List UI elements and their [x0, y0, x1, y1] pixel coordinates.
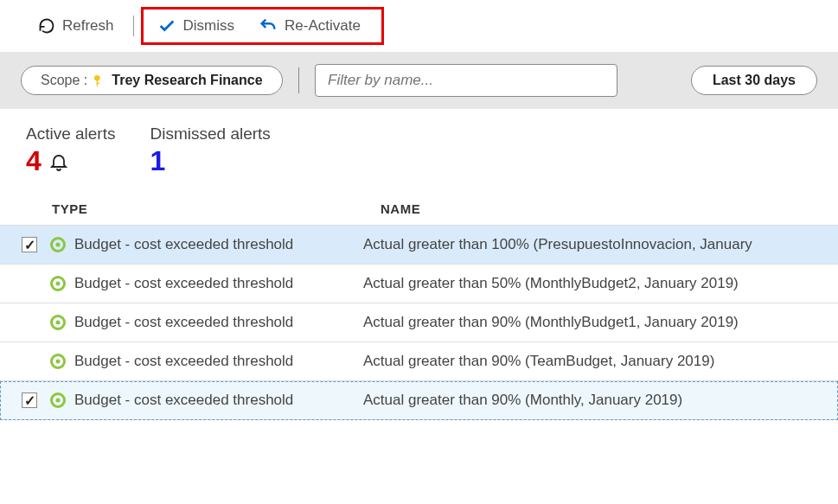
- row-type-text: Budget - cost exceeded threshold: [74, 236, 293, 253]
- dismissed-alerts-count: 1: [150, 145, 165, 177]
- scope-prefix: Scope :: [41, 73, 87, 88]
- row-type-cell: Budget - cost exceeded threshold: [50, 275, 355, 292]
- highlight-box: Dismiss Re-Activate: [141, 7, 384, 45]
- search-input[interactable]: [315, 64, 617, 97]
- row-name-cell: Actual greater than 100% (PresupuestoInn…: [363, 236, 821, 253]
- scope-selector[interactable]: Scope : Trey Research Finance: [21, 66, 283, 95]
- row-name-cell: Actual greater than 50% (MonthlyBudget2,…: [363, 275, 821, 292]
- table-body: Budget - cost exceeded thresholdActual g…: [0, 225, 838, 420]
- row-type-cell: Budget - cost exceeded threshold: [50, 353, 355, 370]
- row-name-cell: Actual greater than 90% (Monthly, Januar…: [363, 392, 821, 409]
- row-type-text: Budget - cost exceeded threshold: [74, 353, 293, 370]
- svg-rect-2: [97, 83, 99, 84]
- reactivate-label: Re-Activate: [285, 17, 361, 35]
- row-type-cell: Budget - cost exceeded threshold: [50, 314, 355, 331]
- dismiss-button[interactable]: Dismiss: [145, 11, 247, 41]
- check-icon: [157, 16, 176, 35]
- row-type-cell: Budget - cost exceeded threshold: [50, 392, 355, 409]
- active-alerts-label: Active alerts: [26, 124, 115, 144]
- scope-value: Trey Research Finance: [112, 73, 262, 88]
- filter-separator: [298, 67, 300, 93]
- table-row[interactable]: Budget - cost exceeded thresholdActual g…: [0, 303, 838, 342]
- table-row[interactable]: Budget - cost exceeded thresholdActual g…: [0, 342, 838, 381]
- dismiss-label: Dismiss: [183, 17, 235, 35]
- dismissed-alerts-label: Dismissed alerts: [150, 124, 270, 144]
- active-alerts-count: 4: [26, 145, 42, 177]
- row-checkbox[interactable]: [22, 392, 37, 408]
- refresh-label: Refresh: [62, 17, 114, 35]
- row-checkbox-cell: [17, 392, 42, 408]
- table-header: TYPE NAME: [0, 186, 838, 225]
- budget-icon: [50, 315, 66, 330]
- budget-icon: [50, 354, 66, 369]
- stats-row: Active alerts 4 Dismissed alerts 1: [0, 109, 838, 186]
- date-range-selector[interactable]: Last 30 days: [691, 66, 817, 95]
- row-type-cell: Budget - cost exceeded threshold: [50, 236, 355, 253]
- table-row[interactable]: Budget - cost exceeded thresholdActual g…: [0, 225, 838, 265]
- table-row[interactable]: Budget - cost exceeded thresholdActual g…: [0, 265, 838, 303]
- row-type-text: Budget - cost exceeded threshold: [74, 314, 293, 331]
- budget-icon: [50, 392, 66, 408]
- column-header-name[interactable]: NAME: [381, 201, 812, 216]
- row-checkbox-cell: [17, 237, 42, 252]
- refresh-icon: [38, 17, 55, 35]
- bell-icon: [48, 151, 69, 172]
- key-icon: [93, 73, 106, 87]
- refresh-button[interactable]: Refresh: [26, 12, 126, 40]
- row-type-text: Budget - cost exceeded threshold: [74, 392, 293, 409]
- table-row[interactable]: Budget - cost exceeded thresholdActual g…: [0, 381, 838, 420]
- active-alerts-stat: Active alerts 4: [26, 124, 115, 177]
- row-name-cell: Actual greater than 90% (MonthlyBudget1,…: [363, 314, 821, 331]
- toolbar: Refresh Dismiss Re-Activate: [0, 0, 838, 52]
- dismissed-alerts-stat: Dismissed alerts 1: [150, 124, 270, 177]
- toolbar-separator: [133, 16, 134, 36]
- filter-bar: Scope : Trey Research Finance Last 30 da…: [0, 52, 838, 109]
- budget-icon: [50, 237, 66, 252]
- column-header-type[interactable]: TYPE: [52, 201, 381, 216]
- reactivate-button[interactable]: Re-Activate: [246, 11, 373, 41]
- row-checkbox[interactable]: [22, 237, 37, 252]
- undo-icon: [259, 16, 278, 35]
- row-type-text: Budget - cost exceeded threshold: [74, 275, 293, 292]
- row-name-cell: Actual greater than 90% (TeamBudget, Jan…: [363, 353, 821, 370]
- budget-icon: [50, 276, 66, 291]
